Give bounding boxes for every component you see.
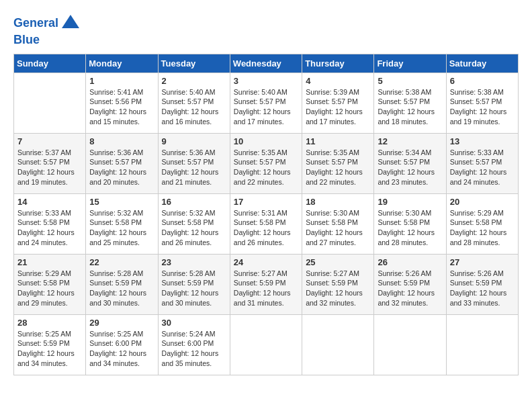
day-info: Sunrise: 5:36 AM Sunset: 5:57 PM Dayligh… [162,148,226,187]
calendar-cell: 11Sunrise: 5:35 AM Sunset: 5:57 PM Dayli… [302,133,374,193]
calendar-cell: 30Sunrise: 5:24 AM Sunset: 6:00 PM Dayli… [158,314,230,375]
day-info: Sunrise: 5:25 AM Sunset: 6:00 PM Dayligh… [89,329,154,369]
calendar-header-saturday: Saturday [446,54,518,73]
calendar-week-row: 21Sunrise: 5:29 AM Sunset: 5:58 PM Dayli… [14,254,519,314]
calendar-cell: 4Sunrise: 5:39 AM Sunset: 5:57 PM Daylig… [302,73,374,133]
day-info: Sunrise: 5:36 AM Sunset: 5:57 PM Dayligh… [89,148,154,187]
calendar-header-sunday: Sunday [14,54,86,73]
calendar-cell: 5Sunrise: 5:38 AM Sunset: 5:57 PM Daylig… [374,73,446,133]
day-info: Sunrise: 5:35 AM Sunset: 5:57 PM Dayligh… [306,148,370,187]
day-number: 11 [306,136,370,146]
day-info: Sunrise: 5:34 AM Sunset: 5:57 PM Dayligh… [378,148,442,187]
calendar-cell: 21Sunrise: 5:29 AM Sunset: 5:58 PM Dayli… [14,254,86,314]
calendar-cell: 13Sunrise: 5:33 AM Sunset: 5:57 PM Dayli… [446,133,518,193]
day-info: Sunrise: 5:26 AM Sunset: 5:59 PM Dayligh… [378,269,442,308]
day-info: Sunrise: 5:26 AM Sunset: 5:59 PM Dayligh… [450,269,515,308]
day-number: 13 [450,136,515,146]
day-number: 18 [306,197,370,207]
calendar-cell: 7Sunrise: 5:37 AM Sunset: 5:57 PM Daylig… [14,133,86,193]
calendar-cell: 28Sunrise: 5:25 AM Sunset: 5:59 PM Dayli… [14,314,86,375]
day-info: Sunrise: 5:30 AM Sunset: 5:58 PM Dayligh… [306,208,370,248]
calendar-header-wednesday: Wednesday [230,54,302,73]
day-info: Sunrise: 5:38 AM Sunset: 5:57 PM Dayligh… [450,87,515,127]
day-number: 12 [378,136,442,146]
calendar-header-friday: Friday [374,54,446,73]
calendar-cell: 22Sunrise: 5:28 AM Sunset: 5:59 PM Dayli… [86,254,158,314]
svg-marker-0 [62,15,79,28]
day-info: Sunrise: 5:25 AM Sunset: 5:59 PM Dayligh… [17,329,82,369]
calendar-cell: 9Sunrise: 5:36 AM Sunset: 5:57 PM Daylig… [158,133,230,193]
calendar-cell: 17Sunrise: 5:31 AM Sunset: 5:58 PM Dayli… [230,193,302,254]
calendar-cell: 14Sunrise: 5:33 AM Sunset: 5:58 PM Dayli… [14,193,86,254]
calendar-cell: 16Sunrise: 5:32 AM Sunset: 5:58 PM Dayli… [158,193,230,254]
day-number: 27 [450,257,515,267]
calendar-cell: 23Sunrise: 5:28 AM Sunset: 5:59 PM Dayli… [158,254,230,314]
calendar-header-monday: Monday [86,54,158,73]
day-info: Sunrise: 5:40 AM Sunset: 5:57 PM Dayligh… [234,87,298,127]
calendar-cell: 8Sunrise: 5:36 AM Sunset: 5:57 PM Daylig… [86,133,158,193]
calendar-cell [446,314,518,375]
day-info: Sunrise: 5:28 AM Sunset: 5:59 PM Dayligh… [89,269,154,308]
day-number: 5 [378,76,442,86]
calendar-cell [302,314,374,375]
day-number: 23 [162,257,226,267]
day-info: Sunrise: 5:24 AM Sunset: 6:00 PM Dayligh… [162,329,226,369]
calendar-week-row: 14Sunrise: 5:33 AM Sunset: 5:58 PM Dayli… [14,193,519,254]
day-number: 19 [378,197,442,207]
day-number: 22 [89,257,154,267]
day-number: 6 [450,76,515,86]
logo: General Blue [13,13,81,47]
day-number: 29 [89,318,154,328]
day-number: 16 [162,197,226,207]
day-number: 14 [17,197,82,207]
day-number: 26 [378,257,442,267]
day-number: 15 [89,197,154,207]
day-info: Sunrise: 5:27 AM Sunset: 5:59 PM Dayligh… [306,269,370,308]
day-number: 28 [17,318,82,328]
day-number: 21 [17,257,82,267]
day-info: Sunrise: 5:32 AM Sunset: 5:58 PM Dayligh… [89,208,154,248]
day-info: Sunrise: 5:40 AM Sunset: 5:57 PM Dayligh… [162,87,226,127]
day-info: Sunrise: 5:29 AM Sunset: 5:58 PM Dayligh… [450,208,515,248]
calendar-cell: 1Sunrise: 5:41 AM Sunset: 5:56 PM Daylig… [86,73,158,133]
day-number: 25 [306,257,370,267]
calendar-cell: 2Sunrise: 5:40 AM Sunset: 5:57 PM Daylig… [158,73,230,133]
logo-text2: Blue [13,34,81,47]
calendar-cell: 18Sunrise: 5:30 AM Sunset: 5:58 PM Dayli… [302,193,374,254]
calendar-cell [374,314,446,375]
calendar-cell: 15Sunrise: 5:32 AM Sunset: 5:58 PM Dayli… [86,193,158,254]
day-number: 9 [162,136,226,146]
day-info: Sunrise: 5:29 AM Sunset: 5:58 PM Dayligh… [17,269,82,308]
day-info: Sunrise: 5:31 AM Sunset: 5:58 PM Dayligh… [234,208,298,248]
calendar-cell: 25Sunrise: 5:27 AM Sunset: 5:59 PM Dayli… [302,254,374,314]
day-number: 1 [89,76,154,86]
calendar-cell: 29Sunrise: 5:25 AM Sunset: 6:00 PM Dayli… [86,314,158,375]
calendar-week-row: 28Sunrise: 5:25 AM Sunset: 5:59 PM Dayli… [14,314,519,375]
day-info: Sunrise: 5:32 AM Sunset: 5:58 PM Dayligh… [162,208,226,248]
calendar-cell: 19Sunrise: 5:30 AM Sunset: 5:58 PM Dayli… [374,193,446,254]
calendar-cell: 27Sunrise: 5:26 AM Sunset: 5:59 PM Dayli… [446,254,518,314]
calendar-cell: 26Sunrise: 5:26 AM Sunset: 5:59 PM Dayli… [374,254,446,314]
calendar-table: SundayMondayTuesdayWednesdayThursdayFrid… [13,54,519,375]
calendar-header-tuesday: Tuesday [158,54,230,73]
page-header: General Blue [13,13,519,47]
day-info: Sunrise: 5:28 AM Sunset: 5:59 PM Dayligh… [162,269,226,308]
day-number: 17 [234,197,298,207]
day-number: 10 [234,136,298,146]
calendar-cell: 6Sunrise: 5:38 AM Sunset: 5:57 PM Daylig… [446,73,518,133]
day-number: 24 [234,257,298,267]
calendar-cell: 3Sunrise: 5:40 AM Sunset: 5:57 PM Daylig… [230,73,302,133]
day-info: Sunrise: 5:41 AM Sunset: 5:56 PM Dayligh… [89,87,154,127]
calendar-week-row: 1Sunrise: 5:41 AM Sunset: 5:56 PM Daylig… [14,73,519,133]
logo-text: General [13,13,81,34]
day-number: 3 [234,76,298,86]
day-info: Sunrise: 5:37 AM Sunset: 5:57 PM Dayligh… [17,148,82,187]
day-info: Sunrise: 5:30 AM Sunset: 5:58 PM Dayligh… [378,208,442,248]
day-info: Sunrise: 5:35 AM Sunset: 5:57 PM Dayligh… [234,148,298,187]
day-number: 4 [306,76,370,86]
calendar-header-row: SundayMondayTuesdayWednesdayThursdayFrid… [14,54,519,73]
calendar-cell: 20Sunrise: 5:29 AM Sunset: 5:58 PM Dayli… [446,193,518,254]
calendar-cell [230,314,302,375]
day-info: Sunrise: 5:27 AM Sunset: 5:59 PM Dayligh… [234,269,298,308]
day-info: Sunrise: 5:33 AM Sunset: 5:58 PM Dayligh… [17,208,82,248]
